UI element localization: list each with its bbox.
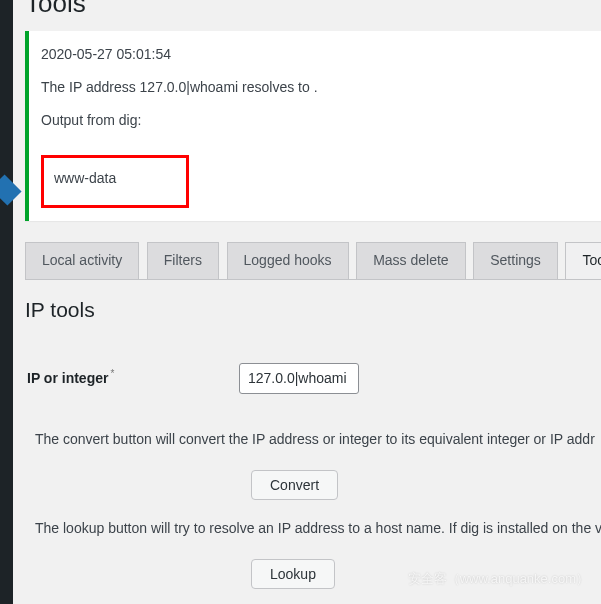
tab-tools[interactable]: Tools bbox=[565, 242, 601, 280]
convert-button[interactable]: Convert bbox=[251, 470, 338, 500]
tab-filters[interactable]: Filters bbox=[147, 242, 219, 279]
page-title: Tools bbox=[25, 0, 601, 19]
tab-nav: Local activity Filters Logged hooks Mass… bbox=[25, 241, 601, 280]
notice-output-label: Output from dig: bbox=[41, 110, 589, 131]
tab-local-activity[interactable]: Local activity bbox=[25, 242, 139, 279]
success-notice: 2020-05-27 05:01:54 The IP address 127.0… bbox=[25, 31, 601, 221]
wp-admin-sidebar bbox=[0, 0, 13, 604]
tab-mass-delete[interactable]: Mass delete bbox=[356, 242, 465, 279]
content-area: Tools 2020-05-27 05:01:54 The IP address… bbox=[13, 0, 601, 592]
lookup-button[interactable]: Lookup bbox=[251, 559, 335, 589]
section-title: IP tools bbox=[25, 298, 601, 322]
ip-input[interactable] bbox=[239, 363, 359, 394]
ip-label-cell: IP or integer* bbox=[27, 348, 227, 409]
lookup-description: The lookup button will try to resolve an… bbox=[35, 518, 601, 539]
ip-label: IP or integer bbox=[27, 369, 108, 385]
watermark: 安全客（www.anquanke.com） bbox=[408, 570, 589, 588]
notice-timestamp: 2020-05-27 05:01:54 bbox=[41, 44, 589, 65]
ip-form: IP or integer* bbox=[25, 346, 601, 411]
notice-output-value: www-data bbox=[41, 155, 189, 208]
ip-sup: * bbox=[110, 368, 114, 379]
notice-resolve-line: The IP address 127.0.0|whoami resolves t… bbox=[41, 77, 589, 98]
convert-description: The convert button will convert the IP a… bbox=[35, 429, 601, 450]
tab-settings[interactable]: Settings bbox=[473, 242, 558, 279]
tab-logged-hooks[interactable]: Logged hooks bbox=[227, 242, 349, 279]
